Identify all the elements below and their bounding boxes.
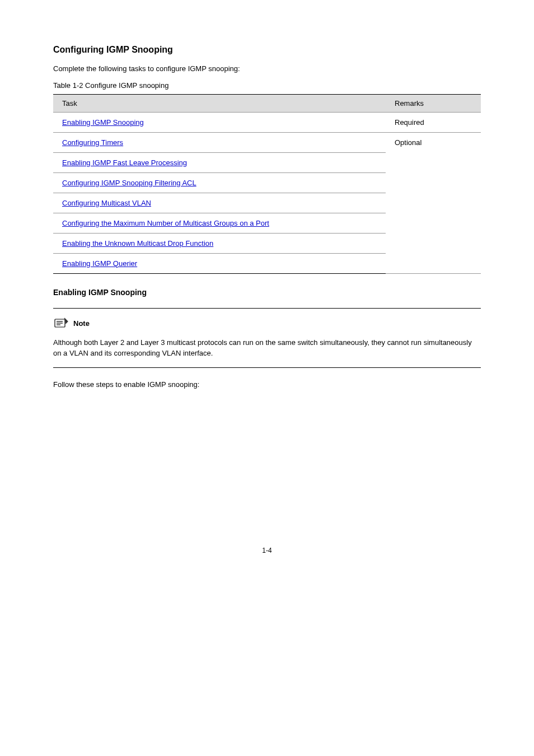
- task-link[interactable]: Enabling IGMP Querier: [62, 259, 137, 268]
- task-link[interactable]: Enabling IGMP Snooping: [62, 118, 144, 127]
- remark-cell: Required: [386, 112, 481, 132]
- section-heading: Configuring IGMP Snooping: [53, 45, 481, 55]
- task-link[interactable]: Enabling the Unknown Multicast Drop Func…: [62, 239, 213, 248]
- remark-cell: Optional: [386, 132, 481, 273]
- post-note-text: Follow these steps to enable IGMP snoopi…: [53, 379, 481, 390]
- subsection-heading: Enabling IGMP Snooping: [53, 288, 481, 297]
- page-number: 1-4: [53, 547, 481, 554]
- note-label: Note: [73, 319, 90, 328]
- note-box: Note Although both Layer 2 and Layer 3 m…: [53, 308, 481, 368]
- note-text: Although both Layer 2 and Layer 3 multic…: [53, 337, 481, 359]
- note-icon: [53, 317, 69, 330]
- table-row: Enabling IGMP Snooping Required: [53, 112, 481, 132]
- column-header-remarks: Remarks: [386, 94, 481, 112]
- task-link[interactable]: Enabling IGMP Fast Leave Processing: [62, 158, 187, 167]
- task-link[interactable]: Configuring Timers: [62, 138, 123, 147]
- table-row: Configuring Timers Optional: [53, 132, 481, 152]
- table-caption: Table 1-2 Configure IGMP snooping: [53, 81, 481, 90]
- task-link[interactable]: Configuring IGMP Snooping Filtering ACL: [62, 179, 196, 187]
- column-header-task: Task: [53, 94, 386, 112]
- intro-text: Complete the following tasks to configur…: [53, 63, 481, 74]
- task-link[interactable]: Configuring the Maximum Number of Multic…: [62, 219, 269, 227]
- task-table: Task Remarks Enabling IGMP Snooping Requ…: [53, 94, 481, 274]
- task-link[interactable]: Configuring Multicast VLAN: [62, 199, 151, 207]
